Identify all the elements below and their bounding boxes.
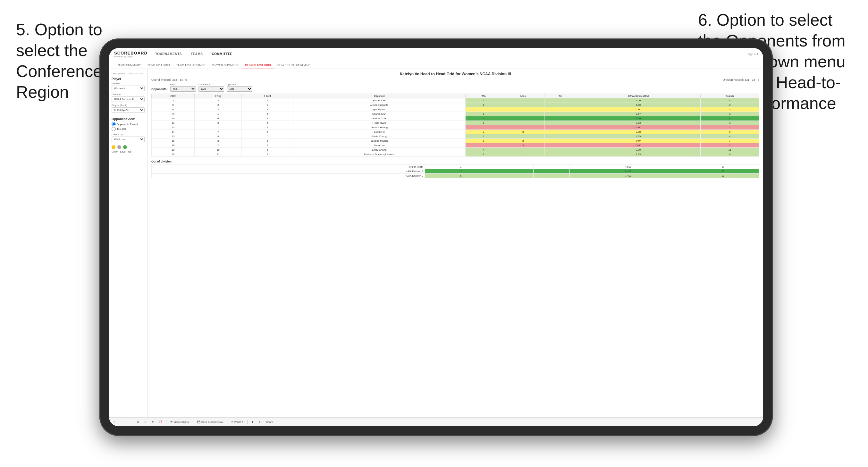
sub-nav: TEAM SUMMARY TEAM H2H GRID TEAM H2H HEAT… (109, 60, 763, 69)
toolbar-down[interactable]: ⬇ (257, 420, 262, 424)
colour-by-select[interactable]: Win/Loss (112, 136, 145, 142)
main-area: Last Updated: 27/03/2024 03:44 Player Ge… (109, 69, 763, 417)
division-label: Division (112, 93, 145, 96)
col-div: # Div (152, 94, 195, 98)
colour-up (123, 145, 127, 149)
col-tie: Tie (544, 94, 576, 98)
data-title: Katelyn Vo Head-to-Head Grid for Women's… (151, 72, 759, 76)
table-row: 20117Federica Domecq Lacroze211.336 (152, 152, 759, 157)
subnav-team-h2h-grid[interactable]: TEAM H2H GRID (144, 62, 173, 69)
colour-down (112, 145, 116, 149)
toolbar-up[interactable]: ⬆ (250, 420, 255, 424)
radio-top100[interactable]: Top 100 (112, 127, 145, 131)
subnav-player-h2h-heatmap[interactable]: PLAYER H2H HEATMAP (274, 62, 313, 69)
tablet-screen: SCOREBOARD Powered by clippd TOURNAMENTS… (109, 48, 763, 426)
toolbar-undo[interactable]: ↩ (113, 420, 118, 424)
main-table: # Div # Reg # Conf Opponent Win Loss Tie… (151, 94, 759, 157)
ood-table-row: NAIA Division 1159.26730 (152, 169, 759, 174)
division-select[interactable]: NCAA Division III (112, 96, 145, 102)
sidebar: Last Updated: 27/03/2024 03:44 Player Ge… (109, 69, 148, 417)
player-rank-select[interactable]: 8. Katelyn Vo (112, 107, 145, 113)
sign-out-link[interactable]: Sign out (747, 53, 758, 56)
toolbar-sep3 (227, 420, 227, 424)
conference-filter-select[interactable]: (All) (198, 86, 224, 92)
col-loss: Loss (502, 94, 544, 98)
opponent-view-group: Opponents Played Top 100 (112, 122, 145, 131)
toolbar-sep1 (166, 420, 166, 424)
toolbar-view-original[interactable]: 👁 View: Original (169, 420, 190, 424)
region-filter-select[interactable]: (All) (170, 86, 196, 92)
table-row: 1474Eunice Yi220.389 (152, 130, 759, 134)
logo-area: SCOREBOARD Powered by clippd (114, 51, 148, 58)
data-content: Katelyn Vo Head-to-Head Grid for Women's… (148, 69, 763, 417)
gender-select[interactable]: Women's (112, 86, 145, 91)
toolbar-watch[interactable]: 👁 Watch ▾ (229, 420, 245, 424)
table-row: 331Esther Lee11.504 (152, 98, 759, 103)
colour-level (117, 145, 121, 149)
nav-teams[interactable]: TEAMS (189, 52, 204, 56)
toolbar-refresh[interactable]: ↻ (150, 420, 155, 424)
conference-filter-group: Conference (All) (198, 83, 224, 92)
toolbar-share[interactable]: Share (265, 420, 274, 424)
toolbar-forward[interactable]: → (128, 420, 133, 424)
colour-circles (112, 145, 145, 149)
ood-table-row: NCAA Division 257.40010 (152, 174, 759, 178)
top-nav: SCOREBOARD Powered by clippd TOURNAMENTS… (109, 48, 763, 60)
col-opponent: Opponent (293, 94, 465, 98)
opponent-filter-select[interactable]: (All) (227, 86, 252, 92)
toolbar-schedule[interactable]: ⏰ (158, 420, 163, 424)
nav-tournaments[interactable]: TOURNAMENTS (154, 52, 183, 56)
opponent-view-label: Opponent view (112, 117, 145, 121)
table-row: 1636Jessica Mason12-0.947 (152, 139, 759, 143)
toolbar-export[interactable]: ↙ (143, 420, 148, 424)
gender-label: Gender (112, 82, 145, 85)
player-rank-label: Player (Rank) (112, 104, 145, 107)
opponents-label: Opponents: (151, 88, 168, 92)
table-row: 1311Jessica Huang1-3.002 (152, 125, 759, 130)
conference-filter-label: Conference (198, 83, 224, 86)
logo-sub: Powered by clippd (114, 56, 132, 58)
col-win: Win (465, 94, 502, 98)
player-section-title: Player (112, 77, 145, 81)
table-row: 633Sydney Kuo1-1.003 (152, 107, 759, 112)
filter-row: Opponents: Region (All) Conference (All) (151, 83, 759, 92)
toolbar-sep4 (247, 420, 248, 424)
table-row: 1822Euna Lee3-5.002 (152, 143, 759, 148)
col-rounds: Rounds (700, 94, 759, 98)
nav-committee[interactable]: COMMITTEE (211, 52, 234, 56)
toolbar-back[interactable]: ← (120, 420, 125, 424)
out-of-division-table: Foreign Team14.5002NAIA Division 1159.26… (151, 164, 759, 178)
data-header: Katelyn Vo Head-to-Head Grid for Women's… (151, 72, 759, 76)
table-row: 522Alexis Sudjianto14.003 (152, 103, 759, 107)
table-row: 1125Heejo Hyun13.333 (152, 121, 759, 125)
radio-opponents-played[interactable]: Opponents Played (112, 122, 145, 126)
out-of-division-label: Out of division (151, 160, 759, 163)
overall-record: Overall Record: 353 - 34 - 6 (151, 78, 187, 82)
nav-items: TOURNAMENTS TEAMS COMMITTEE (154, 52, 741, 56)
last-updated: Last Updated: 27/03/2024 03:44 (112, 72, 145, 75)
table-row: 914Sharon Mun13.673 (152, 112, 759, 116)
table-row: 1063Andrea York24.004 (152, 116, 759, 121)
table-row: 1585Stella Cheng11.254 (152, 134, 759, 139)
table-row: 19106Emily Chang40.3011 (152, 148, 759, 152)
opponent-filter-label: Opponent (227, 83, 252, 86)
toolbar-save-custom[interactable]: 💾 Save Custom View (196, 420, 224, 424)
subnav-player-summary[interactable]: PLAYER SUMMARY (209, 62, 242, 69)
division-record: Division Record: 331 - 34 - 6 (723, 78, 759, 82)
subnav-player-h2h-grid[interactable]: PLAYER H2H GRID (242, 62, 274, 69)
ood-table-row: Foreign Team14.5002 (152, 165, 759, 169)
opponent-filter-group: Opponent (All) (227, 83, 252, 92)
toolbar-sep2 (193, 420, 193, 424)
records-row: Overall Record: 353 - 34 - 6 Division Re… (151, 78, 759, 82)
app-content: SCOREBOARD Powered by clippd TOURNAMENTS… (109, 48, 763, 426)
tablet-frame: SCOREBOARD Powered by clippd TOURNAMENTS… (99, 38, 773, 436)
col-diff: Diff Av Strokes/Rnd (576, 94, 701, 98)
region-filter-group: Region (All) (170, 83, 196, 92)
col-reg: # Reg (195, 94, 242, 98)
subnav-team-h2h-heatmap[interactable]: TEAM H2H HEATMAP (173, 62, 209, 69)
bottom-toolbar: ↩ ← → ⊞ ↙ ↻ ⏰ 👁 View: Original 💾 Save Cu… (109, 417, 763, 426)
subnav-team-summary[interactable]: TEAM SUMMARY (114, 62, 144, 69)
toolbar-grid[interactable]: ⊞ (136, 420, 141, 424)
colour-labels: Down Level Up (112, 150, 145, 153)
col-conf: # Conf (242, 94, 293, 98)
